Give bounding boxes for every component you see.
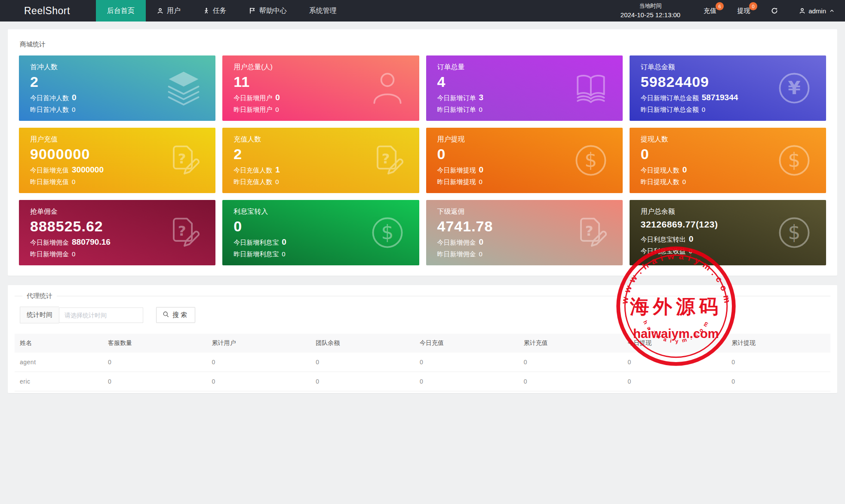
- svg-text:?: ?: [381, 151, 390, 167]
- table-cell: 0: [207, 353, 311, 372]
- nav-item-1[interactable]: 用户: [146, 0, 192, 22]
- agent-filter-row: 统计时间 搜索: [20, 307, 830, 323]
- recharge-button[interactable]: 充值 6: [693, 0, 727, 22]
- agent-table: 姓名客服数量累计用户团队余额今日充值累计充值今日提现累计提现 agent0000…: [15, 334, 830, 391]
- withdraw-button[interactable]: 提现 0: [727, 0, 760, 22]
- search-icon: [163, 311, 169, 319]
- time-filter-label: 统计时间: [20, 307, 59, 323]
- table-cell: 0: [519, 372, 623, 391]
- table-cell: 0: [622, 372, 726, 391]
- dollar-circle-icon: $: [571, 141, 611, 180]
- table-cell: eric: [15, 372, 103, 391]
- flag-icon: [249, 7, 256, 14]
- column-header: 今日充值: [415, 334, 519, 353]
- column-header: 累计提现: [726, 334, 830, 353]
- stat-card-8: 抢单佣金888525.62今日新增佣金880790.16昨日新增佣金0?: [19, 200, 215, 265]
- nav-item-0[interactable]: 后台首页: [96, 0, 146, 22]
- table-cell: 0: [310, 372, 415, 391]
- brand-logo[interactable]: ReelShort: [0, 0, 96, 22]
- layers-icon: [164, 68, 203, 108]
- column-header: 姓名: [15, 334, 103, 353]
- nav-item-2[interactable]: 任务: [192, 0, 238, 22]
- table-cell: 0: [726, 372, 830, 391]
- table-cell: 0: [622, 353, 726, 372]
- user-icon: [157, 8, 163, 14]
- local-time-label: 当地时间: [621, 2, 680, 10]
- agent-legend: 代理统计: [22, 292, 57, 300]
- nav-item-label: 帮助中心: [259, 6, 287, 15]
- agent-table-header-row: 姓名客服数量累计用户团队余额今日充值累计充值今日提现累计提现: [15, 334, 830, 353]
- table-cell: 0: [415, 372, 519, 391]
- svg-text:?: ?: [585, 223, 593, 239]
- book-icon: [571, 68, 611, 108]
- local-time: 当地时间 2024-10-25 12:13:00: [608, 0, 693, 22]
- stat-card-5: 充值人数2今日充值人数1昨日充值人数0?: [222, 128, 419, 193]
- search-button-label: 搜索: [172, 311, 189, 319]
- nav-item-4[interactable]: 系统管理: [298, 0, 348, 22]
- nav-item-label: 后台首页: [107, 6, 135, 15]
- doc-edit-icon: ?: [571, 213, 611, 252]
- recharge-label: 充值: [704, 7, 716, 15]
- svg-text:$: $: [584, 148, 597, 172]
- top-navbar: ReelShort 后台首页用户任务帮助中心系统管理 当地时间 2024-10-…: [0, 0, 845, 22]
- dollar-circle-icon: $: [774, 213, 814, 252]
- agent-stats-panel: 代理统计 统计时间 搜索 姓名客服数量累计用户团队余额今日充值累计充值今日提现累…: [8, 285, 837, 393]
- nav-item-label: 用户: [167, 6, 181, 15]
- stat-card-0: 首冲人数2今日首冲人数0昨日首冲人数0: [19, 55, 215, 121]
- svg-text:$: $: [381, 221, 393, 244]
- person-icon: [368, 68, 407, 108]
- table-cell: 0: [103, 372, 207, 391]
- refresh-button[interactable]: [760, 0, 789, 22]
- main-menu: 后台首页用户任务帮助中心系统管理: [96, 0, 348, 22]
- yen-circle-icon: ¥: [774, 68, 814, 108]
- svg-text:$: $: [788, 221, 800, 244]
- dollar-circle-icon: $: [774, 141, 814, 180]
- nav-item-3[interactable]: 帮助中心: [238, 0, 298, 22]
- stats-section-title: 商城统计: [15, 36, 830, 55]
- column-header: 今日提现: [622, 334, 726, 353]
- table-cell: 0: [726, 353, 830, 372]
- stat-card-11: 用户总余额32126869.77(123)今日利息宝转出0今日利息宝收益0$: [630, 200, 826, 265]
- agent-fieldset: 代理统计 统计时间 搜索: [15, 292, 830, 331]
- admin-dashboard: ReelShort 后台首页用户任务帮助中心系统管理 当地时间 2024-10-…: [0, 0, 845, 504]
- stat-card-10: 下级返佣4741.78今日新增佣金0昨日新增佣金0?: [426, 200, 623, 265]
- shop-stats-panel: 商城统计 首冲人数2今日首冲人数0昨日首冲人数0用户总量(人)11今日新增用户0…: [8, 29, 837, 276]
- stat-card-4: 用户充值9000000今日新增充值3000000昨日新增充值0?: [19, 128, 215, 193]
- admin-menu[interactable]: admin: [789, 0, 845, 22]
- withdraw-label: 提现: [737, 7, 750, 15]
- admin-label: admin: [808, 7, 826, 15]
- doc-edit-icon: ?: [368, 141, 407, 180]
- refresh-icon: [771, 7, 778, 15]
- nav-item-label: 系统管理: [309, 6, 337, 15]
- local-time-value: 2024-10-25 12:13:00: [621, 10, 680, 20]
- table-cell: agent: [15, 353, 103, 372]
- stat-card-3: 订单总金额59824409今日新增订单总金额58719344昨日新增订单总金额0…: [630, 55, 826, 121]
- nav-item-label: 任务: [213, 6, 227, 15]
- table-row: eric0000000: [15, 372, 830, 391]
- svg-text:$: $: [788, 148, 800, 172]
- user-icon: [799, 8, 805, 14]
- chevron-up-icon: [829, 8, 835, 14]
- table-cell: 0: [207, 372, 311, 391]
- dollar-circle-icon: $: [368, 213, 407, 252]
- search-button[interactable]: 搜索: [156, 307, 195, 323]
- table-row: agent0000000: [15, 353, 830, 372]
- column-header: 客服数量: [103, 334, 207, 353]
- stat-card-9: 利息宝转入0今日新增利息宝0昨日新增利息宝0$: [222, 200, 419, 265]
- withdraw-badge: 0: [749, 2, 757, 10]
- doc-edit-icon: ?: [164, 213, 203, 252]
- column-header: 累计充值: [519, 334, 623, 353]
- stat-card-6: 用户提现0今日新增提现0昨日新增提现0$: [426, 128, 623, 193]
- stat-card-7: 提现人数0今日提现人数0昨日提现人数0$: [630, 128, 826, 193]
- table-cell: 0: [310, 353, 415, 372]
- doc-edit-icon: ?: [164, 141, 203, 180]
- table-cell: 0: [415, 353, 519, 372]
- stat-cards-grid: 首冲人数2今日首冲人数0昨日首冲人数0用户总量(人)11今日新增用户0昨日新增用…: [15, 55, 830, 269]
- table-cell: 0: [103, 353, 207, 372]
- time-filter-input[interactable]: [59, 307, 143, 323]
- task-icon: [203, 7, 209, 14]
- svg-text:?: ?: [178, 223, 186, 239]
- column-header: 累计用户: [207, 334, 311, 353]
- svg-text:¥: ¥: [788, 77, 800, 98]
- navbar-right: 当地时间 2024-10-25 12:13:00 充值 6 提现 0 adm: [608, 0, 845, 22]
